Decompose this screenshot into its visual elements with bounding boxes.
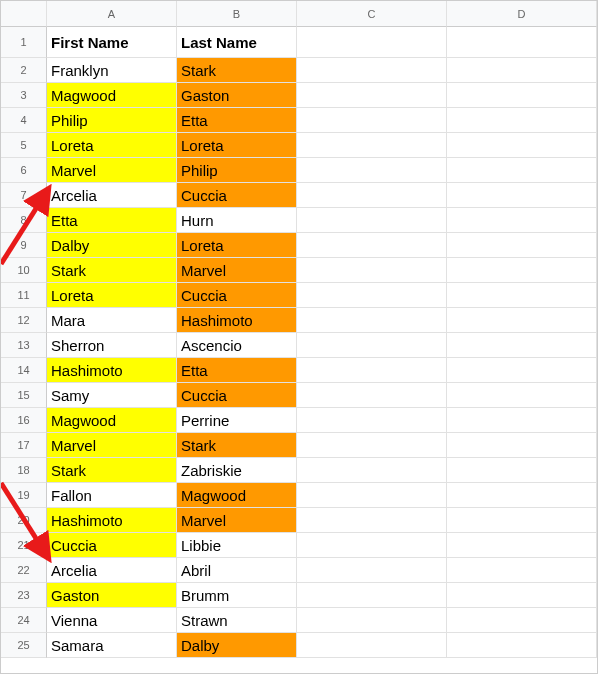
column-header-a[interactable]: A — [47, 1, 177, 27]
cell-empty[interactable] — [447, 183, 597, 208]
cell-last-name[interactable]: Hurn — [177, 208, 297, 233]
cell-first-name[interactable]: Gaston — [47, 583, 177, 608]
cell-last-name[interactable]: Perrine — [177, 408, 297, 433]
cell-empty[interactable] — [447, 83, 597, 108]
cell-empty[interactable] — [297, 208, 447, 233]
cell-last-name[interactable]: Libbie — [177, 533, 297, 558]
cell-first-name[interactable]: Stark — [47, 258, 177, 283]
cell-last-name[interactable]: Abril — [177, 558, 297, 583]
cell-last-name[interactable]: Etta — [177, 108, 297, 133]
cell-empty[interactable] — [447, 283, 597, 308]
cell-empty[interactable] — [447, 383, 597, 408]
row-header[interactable]: 20 — [1, 508, 47, 533]
row-header[interactable]: 23 — [1, 583, 47, 608]
cell-empty[interactable] — [297, 608, 447, 633]
header-first-name[interactable]: First Name — [47, 27, 177, 58]
cell-last-name[interactable]: Brumm — [177, 583, 297, 608]
cell-last-name[interactable]: Loreta — [177, 233, 297, 258]
cell-empty[interactable] — [297, 283, 447, 308]
cell-last-name[interactable]: Dalby — [177, 633, 297, 658]
column-header-d[interactable]: D — [447, 1, 597, 27]
cell-empty[interactable] — [447, 633, 597, 658]
header-last-name[interactable]: Last Name — [177, 27, 297, 58]
cell-first-name[interactable]: Etta — [47, 208, 177, 233]
row-header[interactable]: 17 — [1, 433, 47, 458]
cell-empty[interactable] — [447, 108, 597, 133]
cell-first-name[interactable]: Arcelia — [47, 558, 177, 583]
cell-last-name[interactable]: Cuccia — [177, 283, 297, 308]
cell-empty[interactable] — [297, 308, 447, 333]
row-header[interactable]: 9 — [1, 233, 47, 258]
cell-last-name[interactable]: Stark — [177, 58, 297, 83]
row-header[interactable]: 1 — [1, 27, 47, 58]
cell-first-name[interactable]: Magwood — [47, 83, 177, 108]
cell-empty[interactable] — [447, 358, 597, 383]
cell-empty[interactable] — [447, 583, 597, 608]
cell-first-name[interactable]: Loreta — [47, 283, 177, 308]
row-header[interactable]: 6 — [1, 158, 47, 183]
cell-empty[interactable] — [297, 27, 447, 58]
row-header[interactable]: 5 — [1, 133, 47, 158]
cell-empty[interactable] — [297, 383, 447, 408]
column-header-b[interactable]: B — [177, 1, 297, 27]
cell-last-name[interactable]: Loreta — [177, 133, 297, 158]
cell-last-name[interactable]: Marvel — [177, 508, 297, 533]
cell-first-name[interactable]: Arcelia — [47, 183, 177, 208]
cell-last-name[interactable]: Strawn — [177, 608, 297, 633]
spreadsheet-grid[interactable]: ABCD1First NameLast Name2FranklynStark3M… — [1, 1, 597, 658]
row-header[interactable]: 2 — [1, 58, 47, 83]
cell-empty[interactable] — [297, 333, 447, 358]
row-header[interactable]: 12 — [1, 308, 47, 333]
cell-empty[interactable] — [297, 558, 447, 583]
cell-last-name[interactable]: Marvel — [177, 258, 297, 283]
cell-empty[interactable] — [447, 58, 597, 83]
cell-first-name[interactable]: Franklyn — [47, 58, 177, 83]
cell-empty[interactable] — [447, 408, 597, 433]
cell-first-name[interactable]: Vienna — [47, 608, 177, 633]
cell-empty[interactable] — [447, 27, 597, 58]
cell-empty[interactable] — [447, 558, 597, 583]
cell-empty[interactable] — [447, 333, 597, 358]
row-header[interactable]: 19 — [1, 483, 47, 508]
cell-empty[interactable] — [447, 533, 597, 558]
cell-empty[interactable] — [447, 608, 597, 633]
cell-empty[interactable] — [297, 108, 447, 133]
cell-last-name[interactable]: Hashimoto — [177, 308, 297, 333]
select-all-corner[interactable] — [1, 1, 47, 27]
cell-first-name[interactable]: Dalby — [47, 233, 177, 258]
cell-first-name[interactable]: Mara — [47, 308, 177, 333]
row-header[interactable]: 15 — [1, 383, 47, 408]
row-header[interactable]: 13 — [1, 333, 47, 358]
cell-empty[interactable] — [297, 158, 447, 183]
cell-first-name[interactable]: Cuccia — [47, 533, 177, 558]
cell-empty[interactable] — [447, 433, 597, 458]
cell-last-name[interactable]: Cuccia — [177, 383, 297, 408]
cell-last-name[interactable]: Cuccia — [177, 183, 297, 208]
cell-empty[interactable] — [297, 508, 447, 533]
cell-first-name[interactable]: Samara — [47, 633, 177, 658]
row-header[interactable]: 7 — [1, 183, 47, 208]
cell-empty[interactable] — [447, 208, 597, 233]
row-header[interactable]: 16 — [1, 408, 47, 433]
cell-last-name[interactable]: Magwood — [177, 483, 297, 508]
cell-empty[interactable] — [297, 83, 447, 108]
cell-empty[interactable] — [447, 158, 597, 183]
cell-last-name[interactable]: Gaston — [177, 83, 297, 108]
cell-last-name[interactable]: Ascencio — [177, 333, 297, 358]
cell-empty[interactable] — [297, 483, 447, 508]
cell-empty[interactable] — [447, 258, 597, 283]
cell-first-name[interactable]: Samy — [47, 383, 177, 408]
cell-empty[interactable] — [447, 308, 597, 333]
row-header[interactable]: 25 — [1, 633, 47, 658]
column-header-c[interactable]: C — [297, 1, 447, 27]
cell-last-name[interactable]: Etta — [177, 358, 297, 383]
cell-empty[interactable] — [297, 358, 447, 383]
row-header[interactable]: 24 — [1, 608, 47, 633]
cell-empty[interactable] — [297, 58, 447, 83]
cell-empty[interactable] — [447, 233, 597, 258]
cell-empty[interactable] — [447, 508, 597, 533]
cell-first-name[interactable]: Stark — [47, 458, 177, 483]
cell-first-name[interactable]: Marvel — [47, 433, 177, 458]
row-header[interactable]: 10 — [1, 258, 47, 283]
cell-empty[interactable] — [297, 433, 447, 458]
